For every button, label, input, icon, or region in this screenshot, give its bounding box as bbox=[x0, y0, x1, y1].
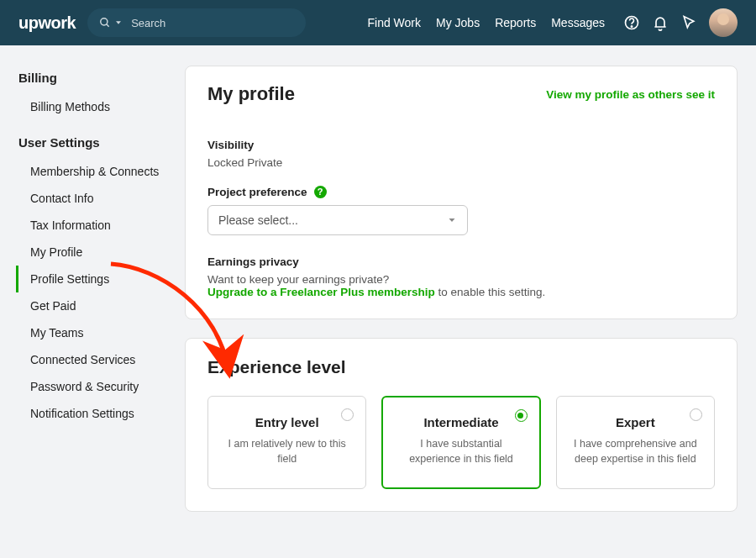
logo[interactable]: upwork bbox=[18, 13, 76, 33]
experience-option-desc: I have comprehensive and deep expertise … bbox=[572, 436, 699, 466]
search-input[interactable] bbox=[131, 17, 294, 29]
svg-point-0 bbox=[101, 18, 108, 25]
svg-line-1 bbox=[107, 24, 109, 27]
sidebar-item-get-paid[interactable]: Get Paid bbox=[16, 292, 185, 319]
experience-option-expert[interactable]: Expert I have comprehensive and deep exp… bbox=[556, 396, 715, 489]
experience-option-name: Intermediate bbox=[397, 415, 524, 429]
help-icon[interactable]: ? bbox=[314, 186, 327, 198]
profile-card-title: My profile bbox=[207, 83, 295, 105]
sidebar-item-my-teams[interactable]: My Teams bbox=[16, 319, 185, 346]
select-placeholder: Please select... bbox=[218, 213, 298, 227]
upgrade-link[interactable]: Upgrade to a Freelancer Plus membership bbox=[207, 286, 435, 298]
sidebar-item-contact-info[interactable]: Contact Info bbox=[16, 185, 185, 212]
experience-option-desc: I have substantial experience in this fi… bbox=[397, 436, 524, 466]
radio-icon bbox=[690, 408, 702, 421]
sidebar-heading-billing: Billing bbox=[18, 71, 185, 85]
help-icon[interactable] bbox=[623, 14, 640, 31]
nav-messages[interactable]: Messages bbox=[551, 16, 605, 29]
search-icon bbox=[99, 17, 111, 29]
sidebar-item-membership[interactable]: Membership & Connects bbox=[16, 158, 185, 185]
sidebar-item-billing-methods[interactable]: Billing Methods bbox=[16, 93, 185, 120]
earnings-privacy-question: Want to keep your earnings private? bbox=[207, 273, 715, 286]
avatar[interactable] bbox=[709, 8, 738, 37]
sidebar-item-tax-info[interactable]: Tax Information bbox=[16, 212, 185, 239]
cursor-icon[interactable] bbox=[680, 14, 697, 31]
visibility-label: Visibility bbox=[207, 139, 715, 151]
search-box[interactable] bbox=[87, 8, 306, 37]
experience-option-entry[interactable]: Entry level I am relatively new to this … bbox=[207, 396, 366, 489]
chevron-down-icon bbox=[447, 215, 457, 225]
sidebar: Billing Billing Methods User Settings Me… bbox=[0, 45, 185, 530]
sidebar-item-password-security[interactable]: Password & Security bbox=[16, 373, 185, 400]
nav-find-work[interactable]: Find Work bbox=[367, 16, 421, 29]
experience-option-intermediate[interactable]: Intermediate I have substantial experien… bbox=[381, 396, 540, 489]
top-header: upwork Find Work My Jobs Reports Message… bbox=[0, 0, 756, 45]
svg-point-3 bbox=[631, 26, 632, 27]
earnings-privacy-label: Earnings privacy bbox=[207, 255, 715, 268]
experience-option-desc: I am relatively new to this field bbox=[223, 436, 350, 466]
earnings-privacy-text: Upgrade to a Freelancer Plus membership … bbox=[207, 286, 715, 298]
project-preference-label: Project preference ? bbox=[207, 186, 715, 198]
sidebar-item-connected-services[interactable]: Connected Services bbox=[16, 346, 185, 373]
experience-card-title: Experience level bbox=[207, 357, 715, 377]
nav-my-jobs[interactable]: My Jobs bbox=[436, 16, 480, 29]
sidebar-heading-user-settings: User Settings bbox=[18, 135, 185, 150]
sidebar-item-my-profile[interactable]: My Profile bbox=[16, 239, 185, 266]
experience-option-name: Expert bbox=[572, 415, 699, 429]
bell-icon[interactable] bbox=[652, 14, 669, 31]
sidebar-item-notification-settings[interactable]: Notification Settings bbox=[16, 400, 185, 427]
view-profile-link[interactable]: View my profile as others see it bbox=[546, 88, 715, 101]
main-content: My profile View my profile as others see… bbox=[185, 45, 756, 530]
caret-down-icon bbox=[114, 18, 123, 27]
experience-card: Experience level Entry level I am relati… bbox=[185, 338, 738, 512]
header-icons bbox=[623, 8, 738, 37]
nav-reports[interactable]: Reports bbox=[495, 16, 536, 29]
project-preference-select[interactable]: Please select... bbox=[207, 205, 468, 235]
radio-icon bbox=[341, 408, 354, 421]
experience-option-name: Entry level bbox=[223, 415, 350, 429]
header-nav: Find Work My Jobs Reports Messages bbox=[367, 16, 605, 29]
profile-card: My profile View my profile as others see… bbox=[185, 66, 738, 319]
visibility-value: Locked Private bbox=[207, 156, 715, 169]
radio-icon bbox=[515, 409, 528, 422]
sidebar-item-profile-settings[interactable]: Profile Settings bbox=[16, 266, 185, 292]
